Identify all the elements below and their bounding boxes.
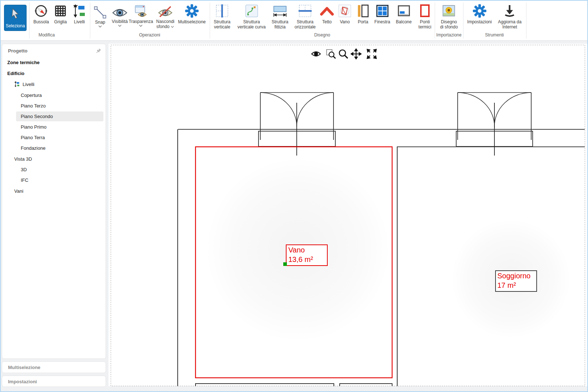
eye-slash-icon [157, 5, 174, 19]
app-window: Seleziona Bussola Griglia Livelli [0, 0, 588, 392]
multiselezione-panel[interactable]: Multiselezione [2, 361, 106, 373]
vano-button[interactable]: Vano [338, 3, 352, 24]
grid-icon [54, 3, 67, 19]
tetto-button[interactable]: Tetto [319, 3, 335, 24]
selection-grip-handle[interactable] [283, 262, 287, 266]
porta-button[interactable]: Porta [356, 3, 370, 24]
double-door-left[interactable] [259, 93, 335, 156]
seleziona-label: Seleziona [6, 23, 25, 28]
bottom-opening-left[interactable] [196, 384, 334, 386]
snap-line-icon [93, 5, 107, 20]
zoom-extents-icon[interactable] [366, 48, 377, 59]
window-eye-icon [133, 4, 149, 19]
pin-icon[interactable] [96, 48, 101, 55]
chevron-down-icon [170, 25, 174, 28]
chevron-down-icon [118, 24, 122, 27]
door-icon [356, 3, 370, 19]
group-caption-disegno: Disegno [314, 32, 330, 38]
struttura-orizzontale-button[interactable]: Struttura orizzontale [295, 3, 316, 30]
zoom-window-icon[interactable] [325, 48, 336, 59]
svg-text:Vano: Vano [288, 246, 305, 254]
ribbon-separator [29, 3, 29, 39]
roof-icon [319, 3, 335, 19]
visibilita-button[interactable]: Visibilità [112, 7, 128, 27]
group-caption-importazione: Importazione [436, 32, 461, 38]
room-label-soggiorno[interactable]: Soggiorno 17 m² [496, 271, 537, 291]
struttura-verticale-curva-button[interactable]: Struttura verticale curva [237, 3, 265, 30]
background-image-icon [442, 3, 456, 19]
ribbon-separator [463, 3, 463, 39]
project-panel-header: Progetto [2, 46, 106, 56]
impostazioni-panel[interactable]: Impostazioni [2, 376, 106, 387]
svg-text:13,6 m²: 13,6 m² [288, 255, 313, 263]
disegno-di-sfondo-button[interactable]: Disegno di sfondo [440, 3, 458, 30]
ribbon-separator [435, 3, 435, 39]
bussola-button[interactable]: Bussola [33, 3, 49, 24]
aggiorna-da-internet-button[interactable]: Aggiorna da Internet [498, 3, 522, 30]
eye-icon [112, 7, 128, 19]
group-caption-strumenti: Strumenti [485, 32, 504, 38]
svg-text:17 m²: 17 m² [497, 281, 516, 289]
zoom-icon[interactable] [338, 48, 349, 59]
nascondi-sfondo-button[interactable]: Nascondi sfondo [156, 5, 174, 29]
gear-icon [185, 3, 199, 19]
livelli-button[interactable]: Livelli [72, 3, 87, 24]
room-icon [338, 3, 352, 19]
view-eye-icon[interactable] [311, 48, 321, 59]
levels-icon [72, 3, 87, 19]
balcony-icon [396, 3, 411, 19]
drawing-canvas[interactable]: Vano 13,6 m² Soggiorno 17 m² [108, 44, 588, 386]
wall-horizontal-icon [298, 3, 312, 19]
pan-icon[interactable] [351, 48, 362, 59]
project-panel-title: Progetto [8, 48, 27, 54]
trasparenza-button[interactable]: Trasparenza [129, 4, 153, 27]
thermal-bridge-icon [418, 3, 432, 19]
griglia-button[interactable]: Griglia [54, 3, 67, 24]
chevron-down-icon [139, 24, 143, 27]
floor-plan: Vano 13,6 m² Soggiorno 17 m² [108, 44, 588, 386]
levels-icon [14, 81, 20, 87]
group-caption-operazioni: Operazioni [139, 32, 160, 38]
bottom-opening-right[interactable] [340, 384, 392, 386]
balcone-button[interactable]: Balcone [396, 3, 411, 24]
snap-button[interactable]: Snap [93, 5, 107, 28]
ponti-termici-button[interactable]: Ponti termici [418, 3, 432, 30]
ribbon-separator [526, 3, 526, 39]
struttura-fittizia-button[interactable]: Struttura fittizia [272, 3, 288, 30]
gear-icon [472, 3, 487, 19]
wall-vertical-icon [215, 3, 229, 19]
ribbon-toolbar: Seleziona Bussola Griglia Livelli [1, 1, 587, 41]
download-icon [502, 3, 517, 19]
multiselezione-button[interactable]: Multiselezione [178, 3, 206, 24]
ribbon-separator [210, 3, 210, 39]
compass-icon [34, 3, 48, 19]
wall-curve-icon [244, 3, 259, 19]
group-caption-modifica: Modifica [39, 32, 55, 38]
finestra-button[interactable]: Finestra [374, 3, 390, 24]
svg-text:Soggiorno: Soggiorno [497, 272, 530, 280]
impostazioni-button[interactable]: Impostazioni [467, 3, 492, 24]
cursor-arrow-icon [10, 8, 21, 22]
window-icon [375, 3, 389, 19]
ribbon-separator [90, 3, 90, 39]
double-door-right[interactable] [456, 93, 533, 156]
wall-dummy-icon [272, 3, 288, 19]
room-label-vano[interactable]: Vano 13,6 m² [283, 245, 327, 266]
chevron-down-icon [98, 25, 102, 28]
seleziona-button[interactable]: Seleziona [4, 5, 27, 31]
struttura-verticale-button[interactable]: Struttura verticale [214, 3, 230, 30]
